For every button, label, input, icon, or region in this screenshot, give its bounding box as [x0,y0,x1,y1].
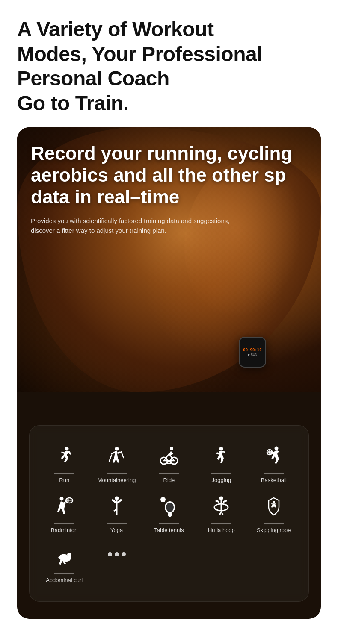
skipping-rope-underline [264,523,284,524]
basketball-underline [264,473,284,474]
sport-label-abdominal-curl: Abdominal curl [46,577,83,584]
dot-1 [108,552,112,556]
record-subtitle: Provides you with scientifically factore… [31,216,245,235]
svg-point-7 [219,447,223,451]
abdominal-curl-icon [52,544,76,568]
image-card: Record your running, cycling aerobics an… [17,127,321,619]
more-dots [108,552,126,556]
svg-point-23 [273,501,275,503]
table-tennis-icon-wrapper [157,494,181,527]
sport-label-badminton: Badminton [51,527,77,534]
sport-item-table-tennis[interactable]: Table tennis [143,489,195,539]
sport-label-mountaineering: Mountaineering [98,477,136,484]
basketball-icon-wrapper [262,444,286,477]
ride-icon [157,444,181,468]
sport-item-jogging[interactable]: Jogging [195,439,247,489]
sport-label-skipping-rope: Skipping rope [257,527,291,534]
svg-point-4 [170,447,173,450]
mountaineering-icon-wrapper [105,444,129,477]
badminton-icon-wrapper [52,494,76,527]
table-tennis-underline [159,523,179,524]
watch-widget: 00:90:10 ▶ RUN [239,337,270,371]
hu-la-hoop-icon [209,494,233,518]
basketball-icon [262,444,286,468]
jogging-underline [211,473,231,474]
run-icon [52,444,76,468]
dot-2 [115,552,119,556]
image-text-overlay: Record your running, cycling aerobics an… [17,127,321,246]
sports-grid-row1: Run [38,439,300,489]
sport-item-run[interactable]: Run [38,439,90,489]
sports-grid-row2: Badminton [38,489,300,539]
sport-label-table-tennis: Table tennis [154,527,184,534]
svg-point-13 [115,497,119,500]
svg-rect-18 [168,512,172,517]
main-title: A Variety of Workout Modes, Your Profess… [17,17,321,115]
sport-item-abdominal-curl[interactable]: Abdominal curl [38,539,90,589]
sport-label-basketball: Basketball [261,477,287,484]
svg-point-11 [66,498,73,503]
sport-label-yoga: Yoga [110,527,123,534]
jogging-icon [209,444,233,468]
svg-point-20 [219,497,223,500]
dot-3 [122,552,126,556]
sport-item-hu-la-hoop[interactable]: Hu la hoop [195,489,247,539]
sport-item-more[interactable] [90,539,142,589]
abdominal-curl-icon-wrapper [52,544,76,577]
svg-point-0 [65,447,69,451]
mountaineering-icon [105,444,129,468]
sport-item-badminton[interactable]: Badminton [38,489,90,539]
sport-item-yoga[interactable]: Yoga [90,489,142,539]
jogging-icon-wrapper [209,444,233,477]
sport-item-mountaineering[interactable]: Mountaineering [90,439,142,489]
svg-point-19 [160,497,166,502]
more-icon-wrapper [105,544,129,577]
page-container: A Variety of Workout Modes, Your Profess… [0,0,338,644]
yoga-icon-wrapper [105,494,129,527]
table-tennis-icon [157,494,181,518]
sports-grid-row3: Abdominal curl [38,539,300,589]
hu-la-hoop-icon-wrapper [209,494,233,527]
ride-underline [159,473,179,474]
svg-point-1 [115,447,119,451]
svg-line-3 [121,451,124,458]
abdominal-curl-underline [54,573,74,574]
svg-line-2 [109,455,112,462]
sport-item-skipping-rope[interactable]: Skipping rope [248,489,300,539]
badminton-underline [54,523,74,524]
svg-point-8 [274,447,278,450]
skipping-rope-icon-wrapper [262,494,286,527]
run-icon-wrapper [52,444,76,477]
run-underline [54,473,74,474]
svg-point-17 [166,503,174,512]
sports-panel: Run [29,425,309,602]
record-title: Record your running, cycling aerobics an… [31,143,307,208]
badminton-icon [52,494,76,518]
mountaineering-underline [107,473,127,474]
sport-label-jogging: Jogging [212,477,231,484]
sport-item-basketball[interactable]: Basketball [248,439,300,489]
svg-point-10 [60,497,64,501]
sport-label-run: Run [59,477,69,484]
watch-time: 00:90:10 [243,348,261,352]
watch-data: ▶ RUN [248,353,257,356]
sport-label-hu-la-hoop: Hu la hoop [208,527,235,534]
watch-face: 00:90:10 ▶ RUN [239,337,266,368]
yoga-icon [105,494,129,518]
more-icon [105,544,129,568]
sport-item-ride[interactable]: Ride [143,439,195,489]
yoga-underline [107,523,127,524]
sport-label-ride: Ride [163,477,175,484]
skipping-rope-icon [262,494,286,518]
ride-icon-wrapper [157,444,181,477]
hu-la-hoop-underline [211,523,231,524]
header-section: A Variety of Workout Modes, Your Profess… [0,0,338,127]
